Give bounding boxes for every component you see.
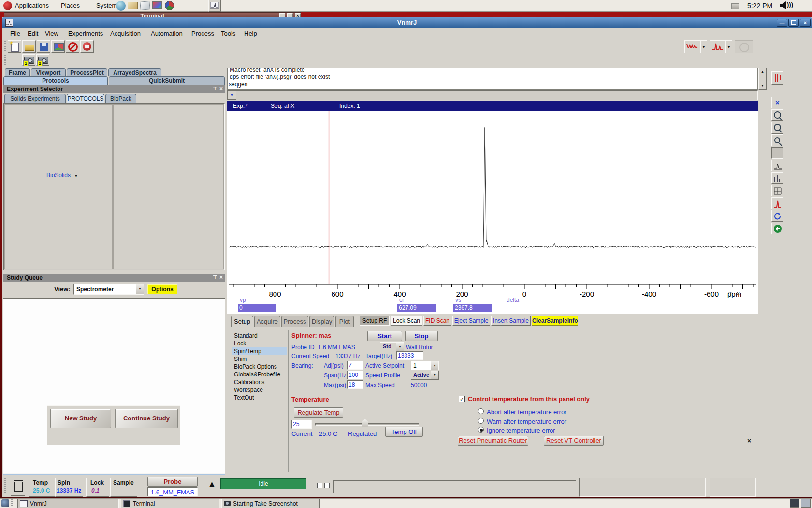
taskbar-grip[interactable]: [11, 499, 13, 507]
zoom-tool-button[interactable]: [771, 122, 783, 134]
nav-globals-probefile[interactable]: Globals&Probefile: [232, 371, 287, 378]
spinner-start-button[interactable]: Start: [367, 331, 402, 341]
tab-setup[interactable]: Setup: [231, 316, 253, 327]
tab-processplot[interactable]: ProcessPlot: [67, 68, 107, 76]
camera-2-button[interactable]: 2: [36, 54, 49, 66]
show-spectrum-button[interactable]: [710, 40, 725, 53]
study-queue-pin-icon[interactable]: [213, 274, 218, 281]
show-fid-dropdown[interactable]: [700, 40, 707, 53]
task-terminal[interactable]: Terminal: [121, 499, 219, 508]
menu-experiments[interactable]: Experiments: [68, 30, 103, 37]
study-queue-area[interactable]: [3, 298, 225, 474]
active-setpoint-select[interactable]: 1: [411, 361, 439, 370]
setup-rf-button[interactable]: Setup RF: [360, 316, 390, 326]
menu-edit[interactable]: Edit: [28, 30, 38, 37]
camera-1-button[interactable]: 1: [22, 54, 35, 66]
reset-vt-controller-button[interactable]: Reset VT Controller: [544, 436, 604, 446]
refresh-tool-button[interactable]: [771, 210, 783, 222]
tab-protocols[interactable]: Protocols: [3, 76, 108, 85]
display-properties-button[interactable]: [51, 40, 65, 53]
notes-icon[interactable]: [140, 1, 150, 10]
tab-arrayedspectra[interactable]: ArrayedSpectra: [108, 68, 161, 76]
display-settings-icon[interactable]: [152, 1, 162, 9]
experiment-selector-close-icon[interactable]: [219, 85, 223, 92]
pan-tool-button[interactable]: [771, 147, 783, 159]
max-psi-input[interactable]: [347, 380, 363, 389]
regulate-temp-button[interactable]: Regulate Temp: [294, 407, 343, 418]
web-browser-icon[interactable]: [116, 1, 126, 11]
continue-study-button[interactable]: Continue Study: [115, 409, 178, 428]
grid-tool-button[interactable]: [771, 185, 783, 196]
chart-pie-icon[interactable]: [165, 1, 174, 10]
zoom-in-tool-button[interactable]: [771, 109, 783, 121]
window-maximize-button[interactable]: [788, 19, 799, 27]
save-button[interactable]: [37, 40, 50, 53]
sample-status-button[interactable]: Sample: [110, 478, 137, 497]
temp-status-button[interactable]: Temp 25.0 C: [29, 478, 55, 497]
toolbar2-grip[interactable]: [4, 55, 6, 65]
zoom-out-tool-button[interactable]: [771, 134, 783, 146]
experiment-selector-pin-icon[interactable]: [213, 86, 218, 92]
acq-arrow-icon[interactable]: [208, 479, 216, 489]
temp-setpoint-input[interactable]: [291, 420, 312, 429]
menu-places[interactable]: Places: [61, 2, 80, 9]
tab-frame[interactable]: Frame: [5, 68, 30, 76]
study-queue-close-icon[interactable]: [219, 274, 223, 281]
temp-panel-only-checkbox[interactable]: [459, 396, 465, 402]
view-select[interactable]: Spectrometer: [73, 284, 144, 295]
tray-icon[interactable]: [731, 3, 740, 9]
insert-sample-button[interactable]: Insert Sample: [491, 316, 531, 326]
panel-pin-icon[interactable]: [728, 291, 733, 297]
probe-button[interactable]: Probe: [147, 477, 198, 487]
return-tool-button[interactable]: [771, 223, 783, 234]
options-button[interactable]: Options: [147, 284, 177, 294]
nav-calibrations[interactable]: Calibrations: [232, 378, 287, 386]
spinner-stop-button[interactable]: Stop: [405, 331, 438, 341]
tab-solids-experiments[interactable]: Solids Experiments: [4, 94, 66, 103]
menu-process[interactable]: Process: [191, 30, 214, 37]
task-vnmrj[interactable]: VnmrJ: [17, 499, 119, 508]
lock-status-button[interactable]: Lock 0.1: [86, 478, 109, 497]
tree-expand-icon[interactable]: [74, 174, 78, 178]
nav-spin-temp[interactable]: Spin/Temp: [232, 347, 287, 355]
target-input[interactable]: [396, 351, 423, 360]
rotor-select-arrow-icon[interactable]: [396, 343, 404, 351]
open-folder-button[interactable]: [22, 40, 36, 53]
span-input[interactable]: [347, 371, 363, 379]
lock-scan-button[interactable]: Lock Scan: [391, 316, 422, 326]
nav-workspace[interactable]: Workspace: [232, 386, 287, 394]
nav-divider[interactable]: [288, 330, 289, 472]
close-tool-button[interactable]: [771, 97, 783, 108]
tree-item-biosolids[interactable]: BioSolids: [46, 172, 78, 179]
hardware-grip[interactable]: [4, 478, 6, 494]
rotor-select[interactable]: Std: [380, 342, 404, 351]
speed-profile-select[interactable]: Active: [411, 371, 439, 380]
tab-biopack[interactable]: BioPack: [105, 94, 136, 103]
phase-tool-button[interactable]: [771, 172, 783, 184]
spin-status-button[interactable]: Spin 13337 Hz: [55, 478, 83, 497]
nav-shim[interactable]: Shim: [232, 355, 287, 363]
email-icon[interactable]: [128, 2, 138, 9]
command-entry[interactable]: [227, 90, 758, 100]
radio-ignore[interactable]: [478, 427, 484, 433]
reset-pneumatic-router-button[interactable]: Reset Pneumatic Router: [458, 436, 528, 446]
status-square-1[interactable]: [317, 483, 322, 488]
nav-standard[interactable]: Standard: [232, 332, 287, 340]
panel-close-icon[interactable]: [737, 290, 740, 297]
nav-textout[interactable]: TextOut: [232, 394, 287, 402]
console-scrollbar[interactable]: [758, 68, 766, 90]
tab-display[interactable]: Display: [309, 316, 334, 327]
toolbar-grip[interactable]: [4, 41, 6, 52]
tab-plot[interactable]: Plot: [335, 316, 354, 327]
menu-help[interactable]: Help: [244, 30, 257, 37]
temp-off-button[interactable]: Temp Off: [385, 427, 423, 437]
view-select-arrow-icon[interactable]: [136, 284, 144, 294]
vs-field[interactable]: 2367.8: [453, 304, 492, 312]
menu-file[interactable]: File: [10, 30, 20, 37]
command-history-dropdown[interactable]: [228, 91, 236, 100]
active-setpoint-arrow-icon[interactable]: [431, 361, 438, 370]
trash-button[interactable]: [11, 478, 25, 496]
expand-tool-button[interactable]: [771, 160, 783, 171]
task-screenshot[interactable]: Starting Take Screenshot: [221, 499, 320, 508]
redhat-menu-icon[interactable]: [3, 1, 12, 10]
